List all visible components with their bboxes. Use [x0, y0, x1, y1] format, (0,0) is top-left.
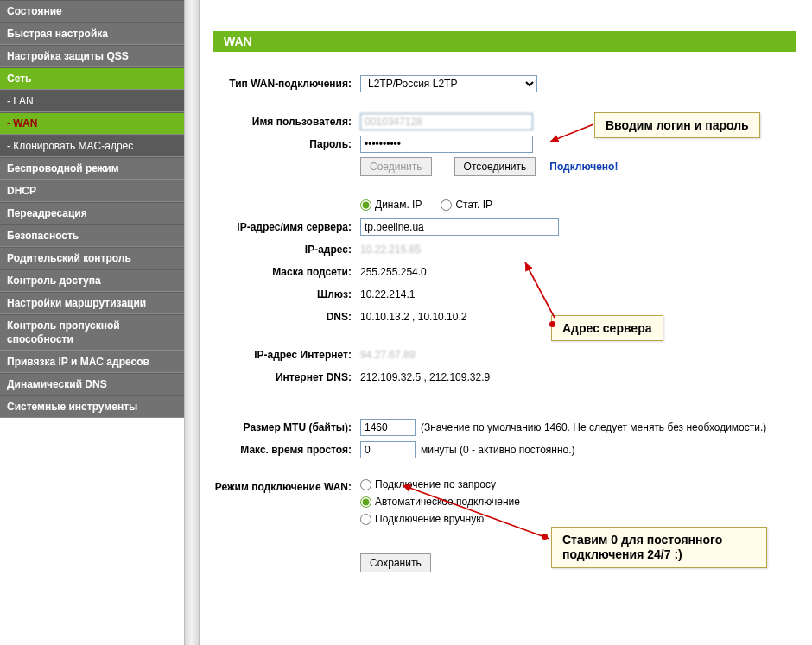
sidebar-item-0[interactable]: Состояние [0, 0, 184, 22]
inetdns-label: Интернет DNS: [213, 371, 360, 383]
mask-label: Маска подсети: [213, 266, 360, 278]
main-content: WAN Тип WAN-подключения: L2TP/Россия L2T… [213, 0, 796, 572]
dns-value: 10.10.13.2 , 10.10.10.2 [360, 311, 466, 323]
mode-label: Режим подключение WAN: [213, 478, 360, 493]
connection-status: Подключено! [549, 161, 618, 173]
gw-label: Шлюз: [213, 288, 360, 300]
idle-hint: минуты (0 - активно постоянно.) [421, 444, 575, 456]
username-input[interactable] [360, 113, 533, 130]
save-button[interactable]: Сохранить [360, 553, 431, 572]
dot-icon [549, 321, 555, 327]
mode-demand-radio[interactable]: Подключение по запросу [360, 478, 496, 490]
username-label: Имя пользователя: [213, 116, 360, 128]
connect-button[interactable]: Соединить [360, 157, 432, 176]
sidebar-item-8[interactable]: DHCP [0, 180, 184, 202]
inetip-value: 94.27.67.89 [360, 349, 415, 361]
password-label: Пароль: [213, 138, 360, 150]
divider [213, 541, 796, 541]
sidebar-item-4[interactable]: - LAN [0, 90, 184, 112]
mode-manual-radio[interactable]: Подключение вручную [360, 513, 484, 525]
sidebar-item-3[interactable]: Сеть [0, 67, 184, 90]
sidebar-item-2[interactable]: Настройка защиты QSS [0, 45, 184, 67]
wan-type-label: Тип WAN-подключения: [213, 78, 360, 90]
sidebar-item-15[interactable]: Привязка IP и MAC адресов [0, 351, 184, 373]
mtu-input[interactable] [360, 419, 416, 436]
idle-input[interactable] [360, 441, 416, 458]
sidebar-item-13[interactable]: Настройки маршрутизации [0, 292, 184, 314]
scrollbar[interactable] [184, 0, 200, 645]
dot-icon [542, 534, 548, 540]
inetdns-value: 212.109.32.5 , 212.109.32.9 [360, 371, 490, 383]
ip-label: IP-адрес: [213, 243, 360, 256]
disconnect-button[interactable]: Отсоединить [454, 157, 536, 176]
sidebar-item-6[interactable]: - Клонировать MAC-адрес [0, 135, 184, 157]
sidebar-item-17[interactable]: Системные инструменты [0, 395, 184, 418]
wan-type-select[interactable]: L2TP/Россия L2TP [360, 75, 537, 92]
sidebar: СостояниеБыстрая настройкаНастройка защи… [0, 0, 184, 645]
server-label: IP-адрес/имя сервера: [213, 221, 360, 233]
dns-label: DNS: [213, 311, 360, 323]
sidebar-item-14[interactable]: Контроль пропускной способности [0, 314, 184, 351]
sidebar-item-1[interactable]: Быстрая настройка [0, 22, 184, 45]
password-input[interactable] [360, 136, 533, 153]
statip-radio[interactable]: Стат. IP [441, 199, 492, 211]
sidebar-item-9[interactable]: Переадресация [0, 202, 184, 224]
sidebar-item-12[interactable]: Контроль доступа [0, 269, 184, 292]
sidebar-item-11[interactable]: Родительский контроль [0, 247, 184, 269]
sidebar-item-5[interactable]: - WAN [0, 112, 184, 135]
idle-label: Макс. время простоя: [213, 444, 360, 456]
ip-value: 10.22.215.85 [360, 243, 421, 256]
mode-auto-radio[interactable]: Автоматическое подключение [360, 496, 520, 508]
mtu-hint: (Значение по умолчанию 1460. Не следует … [421, 421, 766, 433]
page-title: WAN [213, 31, 796, 52]
sidebar-item-16[interactable]: Динамический DNS [0, 373, 184, 395]
sidebar-item-7[interactable]: Беспроводной режим [0, 157, 184, 180]
dynip-radio[interactable]: Динам. IP [360, 199, 422, 211]
mask-value: 255.255.254.0 [360, 266, 427, 278]
server-input[interactable] [360, 218, 559, 236]
mtu-label: Размер MTU (байты): [213, 421, 360, 433]
gw-value: 10.22.214.1 [360, 288, 415, 300]
inetip-label: IP-адрес Интернет: [213, 349, 360, 361]
sidebar-item-10[interactable]: Безопасность [0, 224, 184, 247]
